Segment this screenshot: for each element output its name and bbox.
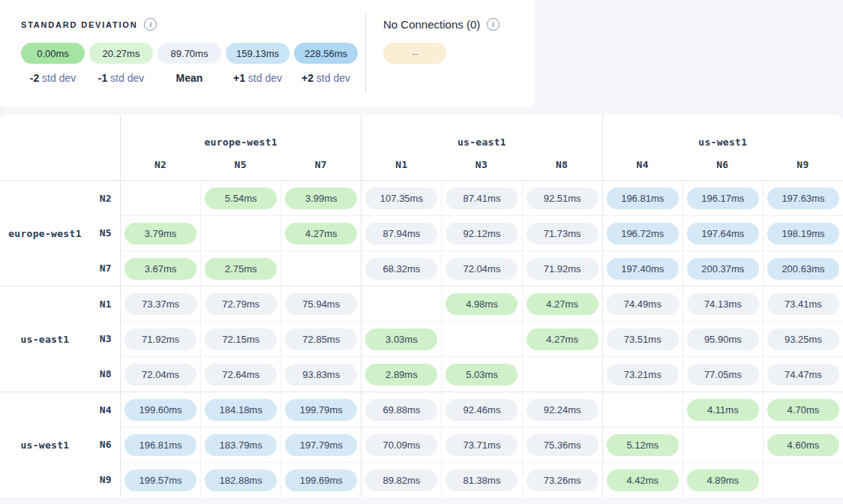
- latency-pill[interactable]: 4.70ms: [767, 399, 839, 421]
- latency-pill[interactable]: 2.75ms: [205, 258, 277, 280]
- latency-pill[interactable]: 92.24ms: [526, 399, 598, 421]
- matrix-cell: 73.26ms: [522, 462, 602, 497]
- latency-pill[interactable]: 75.36ms: [526, 434, 598, 456]
- matrix-cell: 92.24ms: [522, 392, 602, 427]
- legend-item: 228.56ms+2 std dev: [294, 43, 358, 84]
- latency-pill[interactable]: 72.64ms: [205, 364, 277, 386]
- matrix-cell: 72.15ms: [200, 321, 280, 356]
- latency-pill[interactable]: 73.41ms: [767, 293, 839, 315]
- latency-pill[interactable]: 71.73ms: [526, 223, 598, 244]
- latency-pill[interactable]: 200.37ms: [687, 258, 759, 280]
- latency-pill[interactable]: 4.89ms: [687, 470, 759, 491]
- latency-pill[interactable]: 199.60ms: [124, 399, 196, 421]
- legend-pill: 20.27ms: [89, 43, 153, 64]
- matrix-cell: 199.79ms: [280, 392, 361, 427]
- latency-pill[interactable]: 72.85ms: [285, 328, 357, 350]
- latency-pill[interactable]: 196.17ms: [687, 188, 759, 209]
- latency-pill[interactable]: 71.92ms: [526, 258, 598, 280]
- matrix-cell: 4.89ms: [682, 462, 763, 497]
- node-row-label: N4: [90, 392, 120, 427]
- latency-pill[interactable]: 92.12ms: [446, 223, 518, 244]
- matrix-cell: [763, 462, 843, 497]
- latency-pill[interactable]: 72.04ms: [124, 364, 196, 386]
- latency-pill[interactable]: 5.03ms: [446, 364, 518, 386]
- matrix-cell: 199.69ms: [280, 462, 361, 497]
- latency-pill[interactable]: 93.83ms: [285, 364, 357, 386]
- latency-pill[interactable]: 197.64ms: [687, 223, 759, 244]
- latency-pill[interactable]: 70.09ms: [365, 434, 437, 456]
- latency-pill[interactable]: 74.13ms: [687, 293, 759, 315]
- latency-pill[interactable]: 73.26ms: [526, 470, 598, 491]
- latency-pill[interactable]: 197.40ms: [607, 258, 679, 280]
- legend-items: 0.00ms-2 std dev20.27ms-1 std dev89.70ms…: [21, 43, 365, 84]
- latency-pill[interactable]: 81.38ms: [446, 470, 518, 491]
- latency-pill[interactable]: 182.88ms: [205, 470, 277, 491]
- latency-pill[interactable]: 107.35ms: [365, 188, 437, 209]
- latency-pill[interactable]: 184.18ms: [205, 399, 277, 421]
- latency-pill[interactable]: 196.72ms: [607, 223, 679, 244]
- matrix-cell: 3.79ms: [120, 215, 200, 250]
- latency-pill[interactable]: 198.19ms: [767, 223, 839, 244]
- latency-pill[interactable]: 72.04ms: [446, 258, 518, 280]
- latency-pill[interactable]: 4.27ms: [526, 328, 598, 350]
- latency-pill[interactable]: 4.98ms: [446, 293, 518, 315]
- latency-pill[interactable]: 72.15ms: [205, 328, 277, 350]
- latency-pill[interactable]: 68.32ms: [365, 258, 437, 280]
- latency-pill[interactable]: 197.79ms: [285, 434, 357, 456]
- latency-pill[interactable]: 87.41ms: [446, 188, 518, 209]
- latency-pill[interactable]: 73.21ms: [607, 364, 679, 386]
- matrix-cell: [682, 427, 763, 462]
- latency-pill[interactable]: 4.27ms: [526, 293, 598, 315]
- latency-pill[interactable]: 3.99ms: [285, 188, 357, 209]
- latency-pill[interactable]: 3.79ms: [124, 223, 196, 244]
- matrix-cell: 74.13ms: [682, 286, 763, 321]
- matrix-cell: 197.63ms: [763, 180, 843, 215]
- latency-pill[interactable]: 69.88ms: [365, 399, 437, 421]
- latency-pill[interactable]: 4.11ms: [687, 399, 759, 421]
- latency-pill[interactable]: 92.51ms: [526, 188, 598, 209]
- latency-pill[interactable]: 4.27ms: [285, 223, 357, 244]
- latency-pill[interactable]: 93.25ms: [767, 328, 839, 350]
- matrix-cell: 72.64ms: [200, 356, 280, 392]
- legend-label-rest: std dev: [39, 72, 76, 84]
- latency-pill[interactable]: 71.92ms: [124, 328, 196, 350]
- latency-pill[interactable]: 199.69ms: [285, 470, 357, 491]
- latency-pill[interactable]: 72.79ms: [205, 293, 277, 315]
- latency-pill[interactable]: 74.49ms: [607, 293, 679, 315]
- latency-pill[interactable]: 74.47ms: [767, 364, 839, 386]
- latency-pill[interactable]: 77.05ms: [687, 364, 759, 386]
- latency-pill[interactable]: 199.79ms: [285, 399, 357, 421]
- latency-pill[interactable]: 73.37ms: [124, 293, 196, 315]
- info-icon[interactable]: i: [487, 18, 500, 31]
- latency-pill[interactable]: 87.94ms: [365, 223, 437, 244]
- latency-pill[interactable]: 89.82ms: [365, 470, 437, 491]
- matrix-cell: 73.21ms: [602, 356, 682, 392]
- latency-pill[interactable]: 95.90ms: [687, 328, 759, 350]
- info-icon[interactable]: i: [144, 18, 157, 31]
- legend-label: -1 std dev: [98, 72, 144, 84]
- latency-pill[interactable]: 73.51ms: [607, 328, 679, 350]
- latency-pill[interactable]: 196.81ms: [607, 188, 679, 209]
- latency-pill[interactable]: 73.71ms: [446, 434, 518, 456]
- latency-pill[interactable]: 3.03ms: [365, 328, 437, 350]
- latency-pill[interactable]: 4.60ms: [767, 434, 839, 456]
- latency-pill[interactable]: 75.94ms: [285, 293, 357, 315]
- legend-label-strong: Mean: [176, 72, 203, 84]
- latency-pill[interactable]: 92.46ms: [446, 399, 518, 421]
- latency-matrix: europe-west1N2N5N7us-east1N1N3N8us-west1…: [0, 115, 843, 497]
- latency-pill[interactable]: 5.12ms: [607, 434, 679, 456]
- latency-pill[interactable]: 200.63ms: [767, 258, 839, 280]
- latency-pill[interactable]: 183.79ms: [205, 434, 277, 456]
- latency-pill[interactable]: 3.67ms: [124, 258, 196, 280]
- latency-pill[interactable]: 199.57ms: [124, 470, 196, 491]
- latency-pill[interactable]: 5.54ms: [205, 188, 277, 209]
- node-row-label: N1: [90, 286, 120, 321]
- latency-pill[interactable]: 196.81ms: [124, 434, 196, 456]
- latency-pill[interactable]: 4.42ms: [607, 470, 679, 491]
- node-column-header: N9: [763, 158, 843, 180]
- legend-label: Mean: [176, 72, 203, 84]
- latency-pill[interactable]: 2.89ms: [365, 364, 437, 386]
- matrix-cell: 2.89ms: [361, 356, 441, 392]
- matrix-cell: [200, 215, 280, 250]
- latency-pill[interactable]: 197.63ms: [767, 188, 839, 209]
